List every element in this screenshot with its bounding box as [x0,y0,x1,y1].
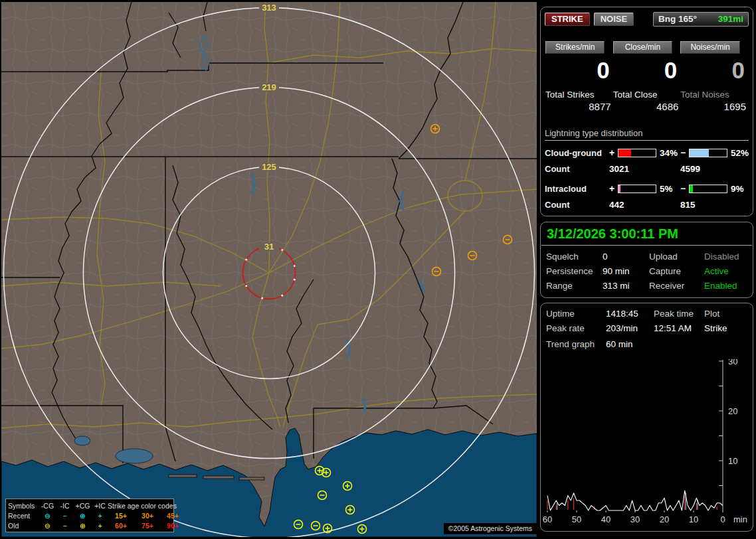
legend-recent-row: Recent⊖−⊕+15+30+45+ [8,510,171,520]
circle-minus-icon: ⊖ [39,522,56,530]
datetime-display: 3/12/2026 3:00:11 PM [541,222,752,246]
squelch-label: Squelch [546,252,603,262]
minus-sign: − [680,183,689,194]
ic-negative-bar [689,185,727,193]
uptime-grid: Uptime 1418:45 Peak time Plot Peak rate … [541,303,753,333]
total-strikes-value: 8877 [545,101,613,112]
copyright-notice: ©2005 Astrogenic Systems [444,523,537,534]
persistence-label: Persistence [546,266,603,276]
legend-symbols-label: Symbols [8,502,39,510]
map-svg: 31321912531 [1,2,537,537]
ic-positive-pct: 5% [656,184,680,194]
svg-text:50: 50 [572,514,581,524]
map-canvas[interactable]: 31321912531 Symbols -CG -IC +CG +IC Stri… [1,2,537,537]
plot-value: Strike [704,323,753,333]
intracloud-count-row: Count 442 815 [545,200,749,210]
legend-age-codes-label: Strike age color codes [108,502,185,510]
legend-pos-cg-label: +CG [73,502,92,510]
legend-header-row: Symbols -CG -IC +CG +IC Strike age color… [8,501,171,510]
trend-window-value: 60 min [606,339,753,349]
mode-button-row: STRIKE NOISE Bng 165° 391mi [541,7,753,27]
persistence-value: 90 min [603,266,649,276]
svg-text:10: 10 [728,456,737,466]
strike-mode-button[interactable]: STRIKE [545,13,590,26]
total-noises-value: 1695 [680,101,748,112]
svg-text:20: 20 [728,406,737,416]
strikes-counter-column: Strikes/min 0 Total Strikes 8877 [545,41,613,112]
squelch-value: 0 [603,252,649,262]
range-value: 313 mi [603,281,649,291]
minus-icon: − [56,522,73,530]
bearing-value: Bng 165° [658,14,697,24]
age-code-90: 90+ [161,522,185,530]
svg-text:30: 30 [728,359,737,366]
plot-label: Plot [704,309,753,319]
cg-negative-pct: 52% [727,148,749,158]
svg-text:31: 31 [264,242,274,252]
legend-age-row-label: Recent [8,512,39,520]
receiver-label: Receiver [649,281,704,291]
ic-positive-bar [618,185,656,193]
strikes-per-min-button[interactable]: Strikes/min [545,41,605,54]
age-code-30: 30+ [134,512,161,520]
noise-mode-button[interactable]: NOISE [594,13,634,26]
svg-text:10: 10 [689,514,698,524]
age-code-75: 75+ [134,522,161,530]
noises-per-min-button[interactable]: Noises/min [680,41,739,54]
range-label: Range [546,281,603,291]
age-code-60: 60+ [108,522,134,530]
app-window: { "map": { "copyright": "©2005 Astrogeni… [0,0,756,539]
distribution-title: Lightning type distribution [545,128,749,141]
rate-counters: Strikes/min 0 Total Strikes 8877 Close/m… [541,41,753,112]
uptime-value: 1418:45 [606,309,654,319]
age-code-15: 15+ [108,512,134,520]
peak-time-value: 12:51 AM [654,323,704,333]
cg-positive-pct: 34% [656,148,680,158]
close-per-min-value: 0 [613,58,681,82]
svg-text:313: 313 [262,3,276,13]
total-close-label: Total Close [613,90,681,100]
cg-negative-bar [689,149,727,157]
trend-graph-label: Trend graph [546,339,606,349]
legend-old-row: Old⊖−⊕+60+75+90+ [8,520,171,530]
cg-positive-bar [618,149,656,157]
trend-graph: 1020306050403020100min [542,359,752,529]
receiver-status: Enabled [704,281,753,291]
capture-label: Capture [649,266,704,276]
upload-status: Disabled [704,252,753,262]
trend-panel: Uptime 1418:45 Peak time Plot Peak rate … [540,303,753,532]
peak-time-label: Peak time [654,309,704,319]
circle-minus-icon: ⊖ [39,512,56,520]
intracloud-label: Intracloud [545,184,609,194]
close-per-min-button[interactable]: Close/min [613,41,672,54]
svg-text:125: 125 [262,162,276,172]
plus-sign: + [609,147,618,158]
svg-text:60: 60 [543,514,552,524]
ic-negative-count: 815 [680,200,749,210]
svg-text:20: 20 [660,514,669,524]
cloud-ground-label: Cloud-ground [545,148,609,158]
cloud-ground-row: Cloud-ground + 34% − 52% [545,147,749,158]
plus-icon: + [92,522,108,530]
svg-text:40: 40 [601,514,611,524]
svg-text:0: 0 [720,514,725,524]
legend-pos-ic-label: +IC [92,502,108,510]
svg-text:219: 219 [262,82,276,92]
plus-icon: + [92,512,108,520]
svg-text:min: min [733,514,747,524]
legend-age-row-label: Old [8,522,39,530]
count-label: Count [545,164,609,174]
legend-neg-ic-label: -IC [56,502,73,510]
status-panel: 3/12/2026 3:00:11 PM Squelch 0 Upload Di… [540,222,753,298]
map-legend: Symbols -CG -IC +CG +IC Strike age color… [5,499,174,532]
total-close-value: 4686 [613,101,681,112]
upload-label: Upload [649,252,704,262]
noises-per-min-value: 0 [680,58,748,82]
capture-status: Active [704,266,753,276]
peak-rate-value: 203/min [606,323,654,333]
legend-neg-cg-label: -CG [39,502,56,510]
circle-plus-icon: ⊕ [73,522,92,530]
circle-plus-icon: ⊕ [73,512,92,520]
close-counter-column: Close/min 0 Total Close 4686 [613,41,681,112]
svg-text:30: 30 [630,514,640,524]
